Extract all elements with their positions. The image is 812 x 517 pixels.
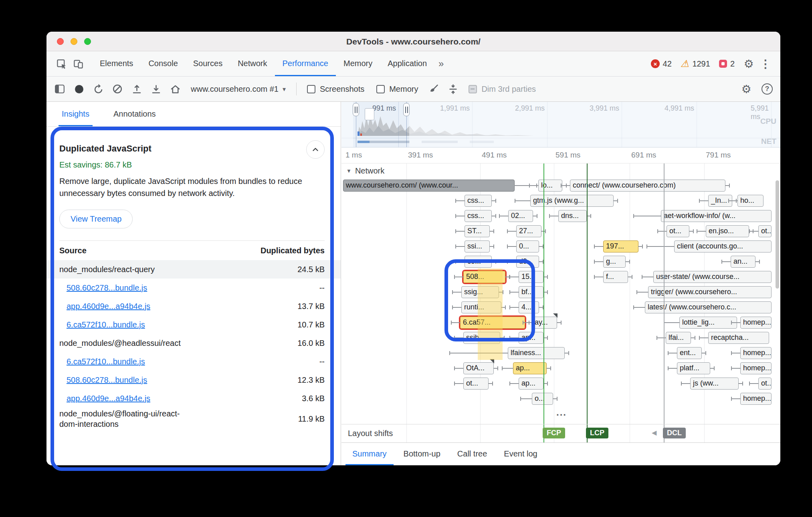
network-request[interactable]: lo...: [538, 180, 562, 192]
bottom-tab-event-log[interactable]: Event log: [497, 443, 544, 465]
bottom-tab-summary[interactable]: Summary: [345, 443, 394, 465]
toggle-sidebar-icon[interactable]: [51, 81, 68, 97]
network-request[interactable]: aet-workflow-info/ (w...: [661, 210, 772, 222]
device-toolbar-icon[interactable]: [70, 55, 87, 72]
insight-table-row[interactable]: app.460d9e...a94b4e.js3.6 kB: [46, 389, 341, 408]
network-request[interactable]: lfainess...: [508, 347, 565, 359]
network-request[interactable]: js (ww...: [690, 378, 739, 390]
network-request[interactable]: ap...: [519, 332, 543, 344]
record-and-reload-button[interactable]: [90, 81, 107, 97]
network-request[interactable]: css...: [465, 210, 492, 222]
kebab-menu-icon[interactable]: ⋮: [757, 55, 774, 72]
marker-lcp[interactable]: LCP: [586, 428, 608, 438]
network-request[interactable]: lottie_lig...: [679, 317, 737, 329]
save-profile-icon[interactable]: [147, 81, 164, 97]
sidebar-tab-insights[interactable]: Insights: [59, 102, 93, 126]
view-treemap-button[interactable]: View Treemap: [59, 210, 133, 228]
network-request[interactable]: latest/ (www.coursehero.c...: [645, 301, 772, 313]
network-request[interactable]: ot...: [758, 378, 772, 390]
selection-handle-left[interactable]: [353, 103, 359, 116]
network-request[interactable]: homep...: [740, 362, 772, 374]
help-icon[interactable]: ?: [759, 81, 776, 97]
tab-network[interactable]: Network: [230, 51, 275, 76]
script-link[interactable]: 508.60c278...bundle.js: [67, 283, 147, 293]
network-request[interactable]: homep...: [740, 347, 772, 359]
network-request[interactable]: ay...: [532, 317, 557, 329]
bottom-tab-bottom-up[interactable]: Bottom-up: [397, 443, 447, 465]
marker-dcl[interactable]: DCL: [663, 428, 686, 438]
live-metrics-home-icon[interactable]: [167, 81, 184, 97]
load-profile-icon[interactable]: [128, 81, 145, 97]
network-request[interactable]: 197...: [603, 240, 638, 252]
network-request[interactable]: ot...: [463, 378, 489, 390]
network-request[interactable]: lfai...: [666, 332, 691, 344]
network-request[interactable]: OtA...: [463, 362, 494, 374]
network-request[interactable]: 15...: [519, 271, 543, 283]
settings-gear-icon[interactable]: ⚙: [740, 55, 757, 72]
network-request[interactable]: trigger/ (www.coursehero...: [648, 286, 772, 298]
insight-table-row[interactable]: 508.60c278...bundle.js--: [46, 279, 341, 297]
network-request[interactable]: f...: [603, 271, 628, 283]
network-request[interactable]: 27...: [516, 225, 541, 237]
screenshots-checkbox[interactable]: Screenshots: [302, 85, 369, 94]
network-request[interactable]: ot...: [667, 225, 689, 237]
network-request[interactable]: 4...: [519, 301, 539, 313]
script-link[interactable]: 6.ca572f10...bundle.js: [67, 319, 145, 330]
network-request[interactable]: g...: [603, 256, 626, 268]
history-dropdown[interactable]: www.coursehero.com #1▾: [186, 82, 291, 96]
network-request[interactable]: gtm.js (www.g...: [530, 195, 614, 207]
network-request[interactable]: homep...: [740, 393, 772, 405]
network-request[interactable]: client (accounts.go...: [674, 240, 772, 252]
network-request[interactable]: 0...: [516, 240, 539, 252]
network-request[interactable]: platf...: [677, 362, 710, 374]
bottom-tab-call-tree[interactable]: Call tree: [450, 443, 494, 465]
network-request[interactable]: recaptcha...: [708, 332, 769, 344]
collapse-recording-icon[interactable]: [444, 81, 461, 97]
network-request[interactable]: css...: [465, 195, 492, 207]
sidebar-tab-annotations[interactable]: Annotations: [110, 102, 159, 126]
network-request[interactable]: runti...: [461, 301, 501, 313]
vertical-scrollbar[interactable]: [776, 180, 779, 289]
tab-application[interactable]: Application: [380, 51, 434, 76]
network-request[interactable]: ap...: [513, 362, 547, 374]
issues-badge[interactable]: 2: [719, 59, 735, 69]
network-request[interactable]: dns...: [558, 210, 587, 222]
insight-table-row[interactable]: 6.ca572f10...bundle.js10.7 kB: [46, 315, 341, 334]
script-link[interactable]: app.460d9e...a94b4e.js: [67, 393, 150, 404]
network-request[interactable]: bf...: [519, 286, 543, 298]
network-request[interactable]: www.coursehero.com/ (www.cour...: [343, 180, 515, 192]
script-link[interactable]: app.460d9e...a94b4e.js: [67, 301, 150, 311]
network-request[interactable]: ssi...: [465, 240, 490, 252]
insight-table-row[interactable]: node_modules/@floating-ui/react-dom-inte…: [46, 408, 341, 430]
network-request[interactable]: ot...: [758, 225, 772, 237]
capture-settings-gear-icon[interactable]: ⚙: [738, 81, 755, 97]
filmstrip-thumbnail[interactable]: [365, 108, 374, 120]
dim-3rd-parties-checkbox[interactable]: Dim 3rd parties: [464, 85, 541, 94]
selection-handle-right[interactable]: [403, 103, 410, 116]
network-request[interactable]: ssig...: [461, 286, 499, 298]
inspect-element-icon[interactable]: [53, 55, 70, 72]
insight-table-row[interactable]: app.460d9e...a94b4e.js13.7 kB: [46, 297, 341, 315]
network-request[interactable]: en.jso...: [706, 225, 749, 237]
network-request[interactable]: connect/ (www.coursehero.com): [570, 180, 725, 192]
network-request[interactable]: ...: [554, 408, 572, 420]
network-request[interactable]: ent...: [677, 347, 702, 359]
tab-sources[interactable]: Sources: [186, 51, 230, 76]
record-button[interactable]: [71, 81, 87, 97]
tab-console[interactable]: Console: [141, 51, 185, 76]
network-request[interactable]: 6.ca57...: [460, 317, 525, 329]
network-request[interactable]: o...: [532, 393, 553, 405]
network-request[interactable]: ho...: [737, 195, 764, 207]
network-request[interactable]: user-state/ (www.course...: [653, 271, 772, 283]
network-request[interactable]: ST...: [465, 225, 490, 237]
insight-table-row[interactable]: 508.60c278...bundle.js12.3 kB: [46, 371, 341, 389]
timeline-overview[interactable]: 991 ms1,991 ms2,991 ms3,991 ms4,991 ms5,…: [341, 102, 780, 147]
network-request[interactable]: 508...: [463, 271, 505, 283]
network-request[interactable]: 02...: [508, 210, 533, 222]
network-request[interactable]: d9...: [516, 256, 539, 268]
network-request[interactable]: ssib...: [463, 332, 500, 344]
marker-fcp[interactable]: FCP: [543, 428, 565, 438]
tab-performance[interactable]: Performance: [275, 51, 336, 76]
error-badge[interactable]: ×42: [651, 59, 672, 69]
network-request[interactable]: an...: [731, 256, 755, 268]
